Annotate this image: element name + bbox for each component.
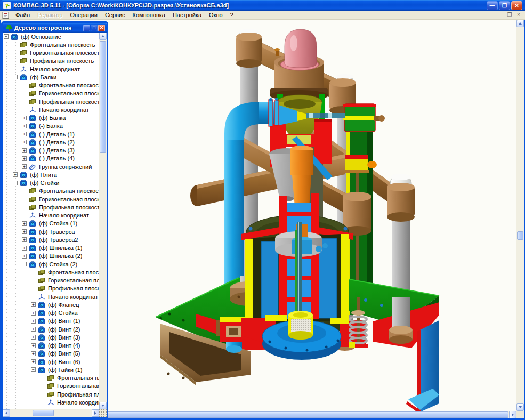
expand-toggle-icon[interactable]: + <box>31 335 36 340</box>
tree-item[interactable]: Горизонтальная плоскость <box>3 382 99 390</box>
tree-item[interactable]: Фронтальная плоскость <box>3 187 99 195</box>
tree-item[interactable]: +(-) Деталь (1) <box>3 130 99 138</box>
tree-vertical-scrollbar[interactable] <box>99 33 107 409</box>
tree-item[interactable]: +(-) Деталь (4) <box>3 155 99 163</box>
tree-maximize-button[interactable]: □ <box>91 25 98 31</box>
minimize-button[interactable]: — <box>487 1 498 10</box>
expand-toggle-icon[interactable]: + <box>22 237 27 242</box>
expand-toggle-icon[interactable]: + <box>31 319 36 324</box>
tree-item[interactable]: +(ф) Винт (5) <box>3 350 99 358</box>
tree-item[interactable]: Начало координат <box>3 65 99 73</box>
menu-item-Операции[interactable]: Операции <box>66 11 101 19</box>
tree-scroll-up-button[interactable] <box>99 33 107 40</box>
expand-toggle-icon[interactable]: + <box>31 327 36 332</box>
tree-item[interactable]: +(ф) Винт (4) <box>3 342 99 350</box>
expand-toggle-icon[interactable]: + <box>22 124 27 128</box>
tree-horizontal-scroll-thumb[interactable] <box>33 410 54 416</box>
tree-item[interactable]: −(ф) Стойки <box>3 179 99 187</box>
tree-view[interactable]: −(ф) ОснованиеФронтальная плоскостьГориз… <box>3 33 99 409</box>
expand-toggle-icon[interactable]: + <box>22 229 27 234</box>
menu-item-Настройка[interactable]: Настройка <box>169 11 205 19</box>
collapse-toggle-icon[interactable]: − <box>4 34 9 39</box>
menu-item-Компоновка[interactable]: Компоновка <box>129 11 169 19</box>
tree-item[interactable]: +(ф) Траверса2 <box>3 236 99 244</box>
tree-item[interactable]: +Группа сопряжений <box>3 163 99 171</box>
tree-item[interactable]: +(ф) Стойка <box>3 309 99 317</box>
collapse-toggle-icon[interactable]: − <box>31 367 36 372</box>
expand-toggle-icon[interactable]: + <box>31 359 36 364</box>
tree-item[interactable]: Профильная плоскость <box>3 98 99 106</box>
tree-item[interactable]: Горизонтальная плоскость <box>3 90 99 98</box>
expand-toggle-icon[interactable]: + <box>31 351 36 356</box>
tree-vertical-scroll-thumb[interactable] <box>100 41 106 153</box>
tree-horizontal-scrollbar[interactable] <box>3 409 99 417</box>
tree-item[interactable]: +(ф) Винт (3) <box>3 333 99 341</box>
tree-item[interactable]: Профильная плоскость <box>3 285 99 293</box>
menu-item-Файл[interactable]: Файл <box>12 11 34 19</box>
tree-item[interactable]: +(ф) Винт (6) <box>3 358 99 366</box>
expand-toggle-icon[interactable]: + <box>22 132 27 136</box>
scroll-down-button[interactable] <box>516 403 524 411</box>
expand-toggle-icon[interactable]: + <box>31 343 36 348</box>
tree-item[interactable]: −(ф) Гайки (1) <box>3 366 99 374</box>
tree-item[interactable]: Начало координат <box>3 212 99 220</box>
tree-item[interactable]: +(ф) Винт (1) <box>3 317 99 325</box>
mdi-close-button[interactable]: × <box>514 11 523 19</box>
viewport-vertical-scrollbar[interactable] <box>516 20 524 411</box>
expand-toggle-icon[interactable]: + <box>22 148 27 153</box>
expand-toggle-icon[interactable]: + <box>22 254 27 259</box>
menu-item-Окно[interactable]: Окно <box>205 11 227 19</box>
expand-toggle-icon[interactable]: + <box>22 140 27 144</box>
tree-item[interactable]: Фронтальная плоскость <box>3 41 99 49</box>
tree-item[interactable]: +(-) Деталь (3) <box>3 147 99 155</box>
tree-item[interactable]: +(ф) Балка <box>3 114 99 122</box>
menu-item-?[interactable]: ? <box>227 11 237 19</box>
tree-panel-titlebar[interactable]: Дерево построения – □ ✕ <box>3 23 107 33</box>
close-button[interactable]: ✕ <box>511 1 522 10</box>
tree-item[interactable]: Профильная плоскость <box>3 390 99 398</box>
scroll-right-button[interactable] <box>509 411 516 418</box>
tree-item[interactable]: +(ф) Шпилька (2) <box>3 252 99 260</box>
tree-scroll-left-button[interactable] <box>3 409 10 417</box>
tree-scroll-right-button[interactable] <box>92 409 99 417</box>
mdi-minimize-button[interactable]: – <box>496 11 505 19</box>
tree-item[interactable]: Начало координат <box>3 293 99 301</box>
tree-close-button[interactable]: ✕ <box>98 25 105 31</box>
tree-item[interactable]: Горизонтальная плоскость <box>3 49 99 57</box>
tree-item[interactable]: Горизонтальная плоскость <box>3 277 99 285</box>
resize-grip[interactable] <box>99 409 107 417</box>
tree-item[interactable]: −(ф) Балки <box>3 73 99 81</box>
expand-toggle-icon[interactable]: + <box>31 311 36 316</box>
tree-item[interactable]: Фронтальная плоскость <box>3 268 99 276</box>
expand-toggle-icon[interactable]: + <box>22 164 27 169</box>
expand-toggle-icon[interactable]: + <box>22 246 27 251</box>
tree-item[interactable]: Фронтальная плоскость <box>3 374 99 382</box>
tree-minimize-button[interactable]: – <box>83 25 90 31</box>
tree-item[interactable]: Фронтальная плоскость <box>3 82 99 90</box>
tree-item[interactable]: +(-) Балка <box>3 122 99 130</box>
tree-item[interactable]: −(ф) Стойка (2) <box>3 260 99 268</box>
mdi-restore-button[interactable]: ❐ <box>505 11 514 19</box>
tree-item[interactable]: +(ф) Шпилька (1) <box>3 244 99 252</box>
tree-item[interactable]: +(ф) Стойка (1) <box>3 220 99 228</box>
tree-item[interactable]: +(-) Деталь (2) <box>3 138 99 146</box>
tree-item[interactable]: Профильная плоскость <box>3 57 99 65</box>
tree-item[interactable]: Начало координат <box>3 106 99 114</box>
tree-item[interactable]: +(ф) Плита <box>3 171 99 179</box>
expand-toggle-icon[interactable]: + <box>22 156 27 161</box>
titlebar[interactable]: КОМПАС-3D 5.11 - [Сборка C:\Work\КОНКУРС… <box>0 0 525 11</box>
tree-item[interactable]: −(ф) Основание <box>3 33 99 41</box>
expand-toggle-icon[interactable]: + <box>31 302 36 307</box>
tree-item[interactable]: Начало координат <box>3 398 99 406</box>
expand-toggle-icon[interactable]: + <box>13 172 18 177</box>
expand-toggle-icon[interactable]: + <box>22 116 27 120</box>
restore-button[interactable]: ❐ <box>499 1 510 10</box>
collapse-toggle-icon[interactable]: − <box>13 181 18 185</box>
scroll-up-button[interactable] <box>516 20 524 27</box>
assembly-document-icon[interactable] <box>2 11 10 19</box>
tree-item[interactable]: +(ф) Фланец <box>3 301 99 309</box>
tree-scroll-down-button[interactable] <box>99 402 107 409</box>
tree-item[interactable]: Профильная плоскость <box>3 203 99 211</box>
menu-item-Сервис[interactable]: Сервис <box>101 11 129 19</box>
vertical-scroll-thumb[interactable] <box>517 231 523 240</box>
